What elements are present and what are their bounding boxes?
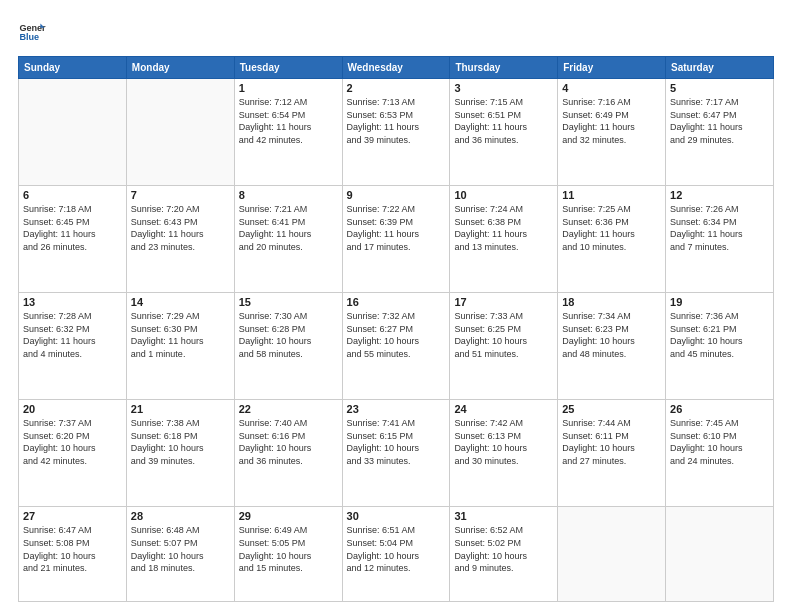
day-number: 11 bbox=[562, 189, 661, 201]
calendar-cell: 1Sunrise: 7:12 AM Sunset: 6:54 PM Daylig… bbox=[234, 79, 342, 186]
day-info: Sunrise: 7:16 AM Sunset: 6:49 PM Dayligh… bbox=[562, 96, 661, 146]
day-info: Sunrise: 6:49 AM Sunset: 5:05 PM Dayligh… bbox=[239, 524, 338, 574]
day-number: 27 bbox=[23, 510, 122, 522]
calendar-cell bbox=[126, 79, 234, 186]
calendar-cell: 29Sunrise: 6:49 AM Sunset: 5:05 PM Dayli… bbox=[234, 507, 342, 602]
calendar-cell: 6Sunrise: 7:18 AM Sunset: 6:45 PM Daylig… bbox=[19, 186, 127, 293]
day-number: 13 bbox=[23, 296, 122, 308]
page-header: General Blue bbox=[18, 18, 774, 46]
day-info: Sunrise: 7:44 AM Sunset: 6:11 PM Dayligh… bbox=[562, 417, 661, 467]
day-number: 22 bbox=[239, 403, 338, 415]
calendar-cell: 23Sunrise: 7:41 AM Sunset: 6:15 PM Dayli… bbox=[342, 400, 450, 507]
day-info: Sunrise: 7:36 AM Sunset: 6:21 PM Dayligh… bbox=[670, 310, 769, 360]
weekday-header-wednesday: Wednesday bbox=[342, 57, 450, 79]
calendar-cell: 18Sunrise: 7:34 AM Sunset: 6:23 PM Dayli… bbox=[558, 293, 666, 400]
day-info: Sunrise: 7:28 AM Sunset: 6:32 PM Dayligh… bbox=[23, 310, 122, 360]
calendar-week-3: 13Sunrise: 7:28 AM Sunset: 6:32 PM Dayli… bbox=[19, 293, 774, 400]
calendar-cell: 14Sunrise: 7:29 AM Sunset: 6:30 PM Dayli… bbox=[126, 293, 234, 400]
day-number: 8 bbox=[239, 189, 338, 201]
day-number: 12 bbox=[670, 189, 769, 201]
day-number: 19 bbox=[670, 296, 769, 308]
day-number: 26 bbox=[670, 403, 769, 415]
day-info: Sunrise: 7:30 AM Sunset: 6:28 PM Dayligh… bbox=[239, 310, 338, 360]
weekday-header-tuesday: Tuesday bbox=[234, 57, 342, 79]
day-number: 17 bbox=[454, 296, 553, 308]
day-number: 23 bbox=[347, 403, 446, 415]
calendar-cell: 22Sunrise: 7:40 AM Sunset: 6:16 PM Dayli… bbox=[234, 400, 342, 507]
day-info: Sunrise: 7:34 AM Sunset: 6:23 PM Dayligh… bbox=[562, 310, 661, 360]
day-info: Sunrise: 7:37 AM Sunset: 6:20 PM Dayligh… bbox=[23, 417, 122, 467]
calendar-header-row: SundayMondayTuesdayWednesdayThursdayFrid… bbox=[19, 57, 774, 79]
day-number: 9 bbox=[347, 189, 446, 201]
day-info: Sunrise: 7:13 AM Sunset: 6:53 PM Dayligh… bbox=[347, 96, 446, 146]
calendar-cell bbox=[19, 79, 127, 186]
calendar-cell: 17Sunrise: 7:33 AM Sunset: 6:25 PM Dayli… bbox=[450, 293, 558, 400]
svg-text:Blue: Blue bbox=[19, 32, 39, 42]
calendar-cell: 7Sunrise: 7:20 AM Sunset: 6:43 PM Daylig… bbox=[126, 186, 234, 293]
weekday-header-saturday: Saturday bbox=[666, 57, 774, 79]
weekday-header-thursday: Thursday bbox=[450, 57, 558, 79]
weekday-header-sunday: Sunday bbox=[19, 57, 127, 79]
day-info: Sunrise: 7:18 AM Sunset: 6:45 PM Dayligh… bbox=[23, 203, 122, 253]
day-info: Sunrise: 7:32 AM Sunset: 6:27 PM Dayligh… bbox=[347, 310, 446, 360]
day-info: Sunrise: 7:41 AM Sunset: 6:15 PM Dayligh… bbox=[347, 417, 446, 467]
day-number: 1 bbox=[239, 82, 338, 94]
day-number: 2 bbox=[347, 82, 446, 94]
weekday-header-monday: Monday bbox=[126, 57, 234, 79]
day-info: Sunrise: 7:25 AM Sunset: 6:36 PM Dayligh… bbox=[562, 203, 661, 253]
calendar-cell: 11Sunrise: 7:25 AM Sunset: 6:36 PM Dayli… bbox=[558, 186, 666, 293]
calendar-cell: 4Sunrise: 7:16 AM Sunset: 6:49 PM Daylig… bbox=[558, 79, 666, 186]
calendar-cell: 26Sunrise: 7:45 AM Sunset: 6:10 PM Dayli… bbox=[666, 400, 774, 507]
calendar-cell: 2Sunrise: 7:13 AM Sunset: 6:53 PM Daylig… bbox=[342, 79, 450, 186]
day-number: 30 bbox=[347, 510, 446, 522]
day-info: Sunrise: 7:12 AM Sunset: 6:54 PM Dayligh… bbox=[239, 96, 338, 146]
day-number: 7 bbox=[131, 189, 230, 201]
calendar-cell: 25Sunrise: 7:44 AM Sunset: 6:11 PM Dayli… bbox=[558, 400, 666, 507]
day-number: 20 bbox=[23, 403, 122, 415]
calendar-cell bbox=[666, 507, 774, 602]
calendar-cell: 5Sunrise: 7:17 AM Sunset: 6:47 PM Daylig… bbox=[666, 79, 774, 186]
calendar-table: SundayMondayTuesdayWednesdayThursdayFrid… bbox=[18, 56, 774, 602]
day-info: Sunrise: 7:20 AM Sunset: 6:43 PM Dayligh… bbox=[131, 203, 230, 253]
day-info: Sunrise: 7:40 AM Sunset: 6:16 PM Dayligh… bbox=[239, 417, 338, 467]
calendar-cell: 28Sunrise: 6:48 AM Sunset: 5:07 PM Dayli… bbox=[126, 507, 234, 602]
day-info: Sunrise: 6:47 AM Sunset: 5:08 PM Dayligh… bbox=[23, 524, 122, 574]
calendar-cell: 30Sunrise: 6:51 AM Sunset: 5:04 PM Dayli… bbox=[342, 507, 450, 602]
logo: General Blue bbox=[18, 18, 46, 46]
day-number: 29 bbox=[239, 510, 338, 522]
day-info: Sunrise: 6:51 AM Sunset: 5:04 PM Dayligh… bbox=[347, 524, 446, 574]
calendar-cell: 8Sunrise: 7:21 AM Sunset: 6:41 PM Daylig… bbox=[234, 186, 342, 293]
day-number: 21 bbox=[131, 403, 230, 415]
day-number: 10 bbox=[454, 189, 553, 201]
calendar-week-2: 6Sunrise: 7:18 AM Sunset: 6:45 PM Daylig… bbox=[19, 186, 774, 293]
calendar-cell: 3Sunrise: 7:15 AM Sunset: 6:51 PM Daylig… bbox=[450, 79, 558, 186]
calendar-cell: 13Sunrise: 7:28 AM Sunset: 6:32 PM Dayli… bbox=[19, 293, 127, 400]
calendar-cell: 19Sunrise: 7:36 AM Sunset: 6:21 PM Dayli… bbox=[666, 293, 774, 400]
day-info: Sunrise: 7:22 AM Sunset: 6:39 PM Dayligh… bbox=[347, 203, 446, 253]
day-number: 16 bbox=[347, 296, 446, 308]
day-info: Sunrise: 6:48 AM Sunset: 5:07 PM Dayligh… bbox=[131, 524, 230, 574]
day-info: Sunrise: 7:45 AM Sunset: 6:10 PM Dayligh… bbox=[670, 417, 769, 467]
day-info: Sunrise: 7:29 AM Sunset: 6:30 PM Dayligh… bbox=[131, 310, 230, 360]
calendar-cell: 16Sunrise: 7:32 AM Sunset: 6:27 PM Dayli… bbox=[342, 293, 450, 400]
day-number: 15 bbox=[239, 296, 338, 308]
day-number: 14 bbox=[131, 296, 230, 308]
calendar-week-1: 1Sunrise: 7:12 AM Sunset: 6:54 PM Daylig… bbox=[19, 79, 774, 186]
day-info: Sunrise: 7:24 AM Sunset: 6:38 PM Dayligh… bbox=[454, 203, 553, 253]
day-info: Sunrise: 7:26 AM Sunset: 6:34 PM Dayligh… bbox=[670, 203, 769, 253]
calendar-cell: 12Sunrise: 7:26 AM Sunset: 6:34 PM Dayli… bbox=[666, 186, 774, 293]
logo-icon: General Blue bbox=[18, 18, 46, 46]
day-info: Sunrise: 7:15 AM Sunset: 6:51 PM Dayligh… bbox=[454, 96, 553, 146]
calendar-cell: 20Sunrise: 7:37 AM Sunset: 6:20 PM Dayli… bbox=[19, 400, 127, 507]
calendar-cell: 10Sunrise: 7:24 AM Sunset: 6:38 PM Dayli… bbox=[450, 186, 558, 293]
day-info: Sunrise: 7:42 AM Sunset: 6:13 PM Dayligh… bbox=[454, 417, 553, 467]
day-number: 4 bbox=[562, 82, 661, 94]
day-number: 6 bbox=[23, 189, 122, 201]
calendar-week-5: 27Sunrise: 6:47 AM Sunset: 5:08 PM Dayli… bbox=[19, 507, 774, 602]
day-info: Sunrise: 7:17 AM Sunset: 6:47 PM Dayligh… bbox=[670, 96, 769, 146]
weekday-header-friday: Friday bbox=[558, 57, 666, 79]
calendar-cell: 15Sunrise: 7:30 AM Sunset: 6:28 PM Dayli… bbox=[234, 293, 342, 400]
day-number: 18 bbox=[562, 296, 661, 308]
calendar-cell: 27Sunrise: 6:47 AM Sunset: 5:08 PM Dayli… bbox=[19, 507, 127, 602]
calendar-cell: 31Sunrise: 6:52 AM Sunset: 5:02 PM Dayli… bbox=[450, 507, 558, 602]
